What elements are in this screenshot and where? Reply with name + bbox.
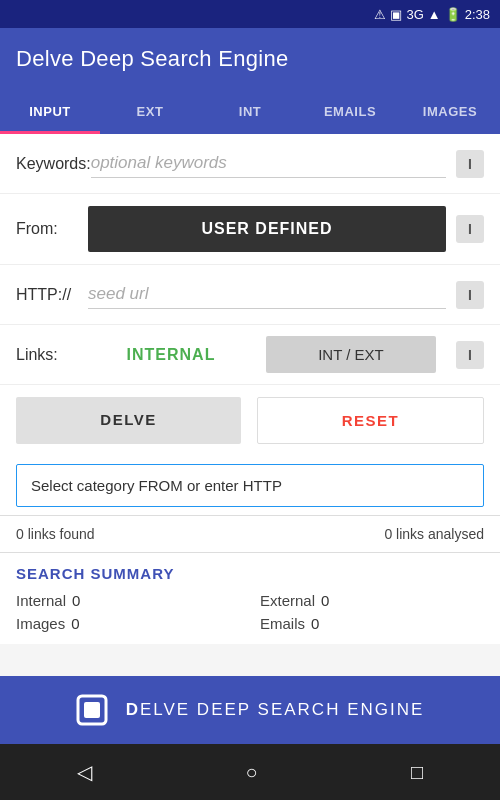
app-title: Delve Deep Search Engine [16,46,289,72]
alert-message: Select category FROM or enter HTTP [16,464,484,507]
keywords-row: Keywords: I [0,134,500,194]
battery-icon: 🔋 [445,7,461,22]
keywords-info-button[interactable]: I [456,150,484,178]
tab-bar: INPUT EXT INT EMAILS IMAGES [0,90,500,134]
recents-button[interactable]: □ [411,761,423,784]
links-analysed-label: 0 links analysed [384,526,484,542]
summary-grid: Internal 0 External 0 Images 0 Emails 0 [16,592,484,632]
links-row: Links: INTERNAL INT / EXT I [0,325,500,385]
links-info-button[interactable]: I [456,341,484,369]
svg-rect-1 [84,702,100,718]
seed-url-input[interactable] [88,280,446,309]
keywords-label: Keywords: [16,155,91,173]
app-header: Delve Deep Search Engine [0,28,500,90]
summary-images: Images 0 [16,615,240,632]
footer-app-name: DELVE DEEP SEARCH ENGINE [126,700,425,720]
links-label: Links: [16,346,76,364]
tab-input[interactable]: INPUT [0,90,100,132]
summary-internal: Internal 0 [16,592,240,609]
tab-ext[interactable]: EXT [100,90,200,132]
links-found-label: 0 links found [16,526,95,542]
int-ext-button[interactable]: INT / EXT [266,336,436,373]
summary-title: SEARCH SUMMARY [16,565,484,582]
search-summary: SEARCH SUMMARY Internal 0 External 0 Ima… [0,553,500,644]
keywords-input[interactable] [91,149,446,178]
http-label: HTTP:// [16,286,88,304]
tab-emails[interactable]: EMAILS [300,90,400,132]
time-display: 2:38 [465,7,490,22]
from-label: From: [16,220,88,238]
http-info-button[interactable]: I [456,281,484,309]
nav-bar: ◁ ○ □ [0,744,500,800]
from-info-button[interactable]: I [456,215,484,243]
main-content: Keywords: I From: USER DEFINED I HTTP://… [0,134,500,644]
reset-button[interactable]: RESET [257,397,484,444]
status-bar: ⚠ ▣ 3G ▲ 🔋 2:38 [0,0,500,28]
network-label: 3G [406,7,423,22]
summary-emails: Emails 0 [260,615,484,632]
from-row: From: USER DEFINED I [0,194,500,265]
tab-int[interactable]: INT [200,90,300,132]
internal-button[interactable]: INTERNAL [86,346,256,364]
http-row: HTTP:// I [0,265,500,325]
sim-icon: ▣ [390,7,402,22]
signal-icon: ▲ [428,7,441,22]
delve-button[interactable]: DELVE [16,397,241,444]
home-button[interactable]: ○ [245,761,257,784]
status-icons: ⚠ ▣ 3G ▲ 🔋 2:38 [374,7,490,22]
footer-logo-icon [76,694,116,726]
links-status-bar: 0 links found 0 links analysed [0,515,500,553]
summary-external: External 0 [260,592,484,609]
app-footer: DELVE DEEP SEARCH ENGINE [0,676,500,744]
warning-icon: ⚠ [374,7,386,22]
tab-images[interactable]: IMAGES [400,90,500,132]
back-button[interactable]: ◁ [77,760,92,784]
user-defined-button[interactable]: USER DEFINED [88,206,446,252]
action-row: DELVE RESET [0,385,500,456]
